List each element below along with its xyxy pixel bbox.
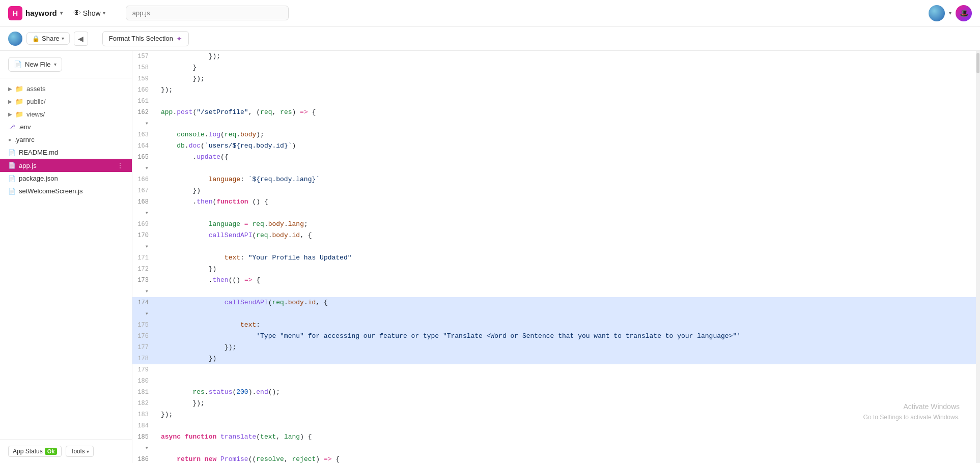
app-name: hayword bbox=[25, 9, 57, 17]
app-status-label: App Status bbox=[13, 448, 43, 455]
sidebar-item-setwelcome[interactable]: 📄 setWelcomeScreen.js bbox=[0, 185, 132, 197]
new-file-button[interactable]: 📄 New File ▾ bbox=[8, 57, 62, 72]
topbar-right: ▾ 🎩 bbox=[929, 5, 972, 21]
tools-button[interactable]: Tools ▾ bbox=[66, 446, 94, 457]
table-row: 168 ▾ .then(function () { bbox=[132, 196, 980, 219]
app-chevron-icon: ▾ bbox=[60, 10, 63, 16]
secondbar: 🔒 Share ▾ ◀ Format This Selection ✦ bbox=[0, 26, 980, 51]
table-row: 171 text: "Your Profile has Updated" bbox=[132, 252, 980, 264]
file-icon: 📄 bbox=[8, 149, 16, 156]
sidebar-item-public[interactable]: ▶ 📁 public/ bbox=[0, 95, 132, 108]
table-row: 180 bbox=[132, 375, 980, 387]
table-row: 176 'Type "menu" for accessing our featu… bbox=[132, 331, 980, 342]
sidebar-label-assets: assets bbox=[26, 85, 46, 93]
table-row: 173 ▾ .then(() => { bbox=[132, 275, 980, 297]
format-selection-button[interactable]: Format This Selection ✦ bbox=[102, 31, 189, 46]
table-row: 157 }); bbox=[132, 51, 980, 62]
scrollbar-thumb[interactable] bbox=[976, 53, 979, 73]
table-row: 164 db.doc(`users/${req.body.id}`) bbox=[132, 140, 980, 152]
table-row: 167 }) bbox=[132, 185, 980, 196]
file-icon: 📄 bbox=[8, 175, 16, 182]
table-row: 170 ▾ callSendAPI(req.body.id, { bbox=[132, 230, 980, 252]
share-button[interactable]: 🔒 Share ▾ bbox=[26, 32, 70, 45]
sidebar-item-env[interactable]: ⎇ .env bbox=[0, 121, 132, 133]
table-row: 162 ▾ app.post("/setProfile", (req, res)… bbox=[132, 107, 980, 129]
show-button[interactable]: 👁 Show ▾ bbox=[69, 7, 109, 20]
git-icon: ⎇ bbox=[8, 124, 15, 131]
show-chevron-icon: ▾ bbox=[103, 10, 105, 16]
dot-icon: ● bbox=[8, 137, 11, 142]
sidebar-label-views: views/ bbox=[26, 110, 45, 118]
sidebar-label-readme: README.md bbox=[19, 149, 58, 156]
collapse-button[interactable]: ◀ bbox=[74, 32, 88, 46]
table-row: 160 }); bbox=[132, 84, 980, 96]
app-logo[interactable]: H hayword ▾ bbox=[8, 6, 63, 20]
table-row: 172 }) bbox=[132, 264, 980, 275]
file-icon: 📄 bbox=[8, 162, 16, 169]
sidebar-footer: App Status Ok Tools ▾ bbox=[0, 439, 132, 463]
folder-icon: 📁 bbox=[15, 98, 23, 105]
tools-label: Tools bbox=[70, 448, 85, 455]
sidebar-item-views[interactable]: ▶ 📁 views/ bbox=[0, 108, 132, 121]
table-row: 182 }); bbox=[132, 398, 980, 409]
code-editor[interactable]: 157 }); 158 } 159 }); 160 }); bbox=[132, 51, 980, 463]
sidebar-item-readme[interactable]: 📄 README.md bbox=[0, 146, 132, 159]
table-row: 186 ▾ return new Promise((resolve, rejec… bbox=[132, 454, 980, 463]
sidebar-label-package: package.json bbox=[19, 175, 58, 182]
table-row: 161 bbox=[132, 96, 980, 107]
table-row: 158 } bbox=[132, 62, 980, 73]
table-row: 185 ▾ async function translate(text, lan… bbox=[132, 431, 980, 454]
table-row: 166 language: `${req.body.lang}` bbox=[132, 174, 980, 185]
sidebar-item-package[interactable]: 📄 package.json bbox=[0, 172, 132, 185]
eye-icon: 👁 bbox=[73, 9, 81, 18]
new-file-label: New File bbox=[25, 61, 51, 68]
search-input[interactable] bbox=[126, 6, 289, 20]
user-avatar-1[interactable] bbox=[929, 5, 945, 21]
chevron-icon: ▶ bbox=[8, 86, 12, 92]
table-row: 159 }); bbox=[132, 73, 980, 84]
sidebar-label-yarnrc: .yarnrc bbox=[14, 136, 35, 143]
code-content: 157 }); 158 } 159 }); 160 }); bbox=[132, 51, 980, 463]
sparkle-icon: ✦ bbox=[176, 35, 182, 43]
table-row: 163 console.log(req.body); bbox=[132, 129, 980, 140]
app-status-indicator: App Status Ok bbox=[8, 446, 62, 457]
table-row: 175 text: bbox=[132, 320, 980, 331]
user-avatar-sidebar[interactable] bbox=[8, 32, 22, 46]
table-row: 184 bbox=[132, 420, 980, 431]
search-container bbox=[126, 6, 289, 20]
more-icon: ⋮ bbox=[117, 161, 124, 169]
user1-chevron-icon: ▾ bbox=[949, 10, 951, 16]
sidebar-item-appjs[interactable]: 📄 app.js ⋮ bbox=[0, 159, 132, 172]
table-row: 178 }) bbox=[132, 353, 980, 364]
share-label: Share bbox=[42, 35, 60, 42]
tools-chevron-icon: ▾ bbox=[87, 449, 89, 454]
collapse-icon: ◀ bbox=[78, 35, 83, 43]
sidebar-label-appjs: app.js bbox=[19, 162, 37, 169]
file-plus-icon: 📄 bbox=[14, 61, 22, 68]
sidebar-label-setwelcome: setWelcomeScreen.js bbox=[19, 187, 82, 195]
format-btn-label: Format This Selection bbox=[109, 35, 173, 42]
table-row: 165 ▾ .update({ bbox=[132, 152, 980, 174]
table-row: 181 res.status(200).end(); bbox=[132, 387, 980, 398]
user-avatar-2[interactable]: 🎩 bbox=[956, 5, 972, 21]
sidebar-files: ▶ 📁 assets ▶ 📁 public/ ▶ 📁 views/ ⎇ .env bbox=[0, 78, 132, 439]
file-icon: 📄 bbox=[8, 188, 16, 195]
chevron-icon: ▶ bbox=[8, 111, 12, 117]
main-area: 📄 New File ▾ ▶ 📁 assets ▶ 📁 public/ ▶ 📁 bbox=[0, 51, 980, 463]
folder-icon: 📁 bbox=[15, 85, 23, 93]
sidebar: 📄 New File ▾ ▶ 📁 assets ▶ 📁 public/ ▶ 📁 bbox=[0, 51, 132, 463]
scrollbar-track[interactable] bbox=[976, 51, 980, 463]
sidebar-item-assets[interactable]: ▶ 📁 assets bbox=[0, 82, 132, 95]
new-file-chevron-icon: ▾ bbox=[54, 62, 57, 67]
show-label: Show bbox=[83, 9, 101, 17]
table-row: 179 bbox=[132, 364, 980, 375]
sidebar-item-yarnrc[interactable]: ● .yarnrc bbox=[0, 133, 132, 146]
sidebar-label-env: .env bbox=[18, 123, 31, 131]
sidebar-label-public: public/ bbox=[26, 98, 46, 105]
table-row: 183 }); bbox=[132, 409, 980, 420]
share-chevron-icon: ▾ bbox=[62, 36, 64, 41]
table-row: 169 language = req.body.lang; bbox=[132, 219, 980, 230]
topbar: H hayword ▾ 👁 Show ▾ ▾ 🎩 bbox=[0, 0, 980, 26]
sidebar-top: 📄 New File ▾ bbox=[0, 51, 132, 78]
folder-icon: 📁 bbox=[15, 110, 23, 118]
